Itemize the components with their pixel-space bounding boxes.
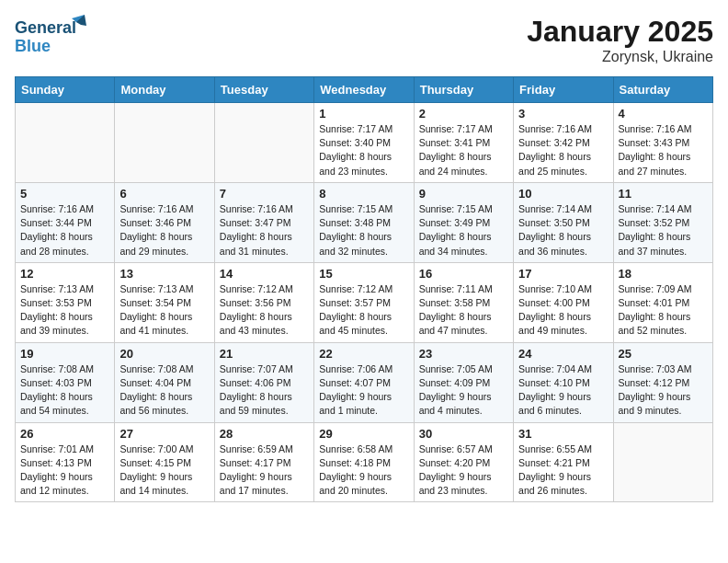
day-info: Sunrise: 7:10 AMSunset: 4:00 PMDaylight:… <box>518 282 608 339</box>
day-number: 5 <box>20 187 109 201</box>
calendar-cell: 24Sunrise: 7:04 AMSunset: 4:10 PMDayligh… <box>514 342 613 422</box>
calendar-cell: 21Sunrise: 7:07 AMSunset: 4:06 PMDayligh… <box>214 342 313 422</box>
day-info: Sunrise: 7:14 AMSunset: 3:52 PMDaylight:… <box>619 202 708 259</box>
weekday-header-monday: Monday <box>115 77 214 103</box>
calendar-cell <box>115 103 214 183</box>
day-number: 20 <box>119 347 209 361</box>
calendar-cell: 26Sunrise: 7:01 AMSunset: 4:13 PMDayligh… <box>16 422 115 502</box>
day-info: Sunrise: 7:11 AMSunset: 3:58 PMDaylight:… <box>419 282 508 339</box>
day-info: Sunrise: 7:03 AMSunset: 4:12 PMDaylight:… <box>619 362 708 419</box>
calendar-cell: 14Sunrise: 7:12 AMSunset: 3:56 PMDayligh… <box>214 262 313 342</box>
calendar-week-2: 5Sunrise: 7:16 AMSunset: 3:44 PMDaylight… <box>16 182 713 262</box>
day-info: Sunrise: 7:16 AMSunset: 3:44 PMDaylight:… <box>20 202 109 259</box>
calendar-cell: 6Sunrise: 7:16 AMSunset: 3:46 PMDaylight… <box>115 182 214 262</box>
day-info: Sunrise: 7:12 AMSunset: 3:57 PMDaylight:… <box>319 282 408 339</box>
day-info: Sunrise: 7:13 AMSunset: 3:53 PMDaylight:… <box>20 282 109 339</box>
day-info: Sunrise: 6:55 AMSunset: 4:21 PMDaylight:… <box>518 442 608 499</box>
calendar-cell <box>613 422 712 502</box>
calendar-cell: 27Sunrise: 7:00 AMSunset: 4:15 PMDayligh… <box>115 422 214 502</box>
calendar-cell: 29Sunrise: 6:58 AMSunset: 4:18 PMDayligh… <box>314 422 414 502</box>
day-number: 24 <box>518 347 608 361</box>
day-number: 18 <box>619 267 708 281</box>
day-number: 2 <box>419 107 508 121</box>
calendar-cell: 3Sunrise: 7:16 AMSunset: 3:42 PMDaylight… <box>514 103 613 183</box>
day-info: Sunrise: 7:00 AMSunset: 4:15 PMDaylight:… <box>119 442 209 499</box>
calendar-cell: 1Sunrise: 7:17 AMSunset: 3:40 PMDaylight… <box>314 103 414 183</box>
day-number: 23 <box>419 347 508 361</box>
day-number: 27 <box>119 427 209 441</box>
calendar-cell: 15Sunrise: 7:12 AMSunset: 3:57 PMDayligh… <box>314 262 414 342</box>
page-header: GeneralBlue January 2025 Zorynsk, Ukrain… <box>15 15 713 65</box>
calendar-cell: 25Sunrise: 7:03 AMSunset: 4:12 PMDayligh… <box>613 342 712 422</box>
calendar-cell: 18Sunrise: 7:09 AMSunset: 4:01 PMDayligh… <box>613 262 712 342</box>
day-number: 13 <box>119 267 209 281</box>
calendar-cell: 8Sunrise: 7:15 AMSunset: 3:48 PMDaylight… <box>314 182 414 262</box>
day-number: 28 <box>220 427 309 441</box>
calendar-cell: 28Sunrise: 6:59 AMSunset: 4:17 PMDayligh… <box>214 422 313 502</box>
calendar-cell: 19Sunrise: 7:08 AMSunset: 4:03 PMDayligh… <box>16 342 115 422</box>
day-info: Sunrise: 7:16 AMSunset: 3:46 PMDaylight:… <box>119 202 209 259</box>
logo-svg: GeneralBlue <box>15 15 88 55</box>
day-number: 17 <box>518 267 608 281</box>
day-info: Sunrise: 6:57 AMSunset: 4:20 PMDaylight:… <box>419 442 508 499</box>
day-info: Sunrise: 7:15 AMSunset: 3:48 PMDaylight:… <box>319 202 408 259</box>
day-number: 31 <box>518 427 608 441</box>
svg-text:General: General <box>15 18 76 37</box>
location-subtitle: Zorynsk, Ukraine <box>527 49 713 65</box>
day-number: 8 <box>319 187 408 201</box>
weekday-header-row: SundayMondayTuesdayWednesdayThursdayFrid… <box>16 77 713 103</box>
calendar-cell: 12Sunrise: 7:13 AMSunset: 3:53 PMDayligh… <box>16 262 115 342</box>
day-info: Sunrise: 7:16 AMSunset: 3:47 PMDaylight:… <box>220 202 309 259</box>
day-info: Sunrise: 7:17 AMSunset: 3:40 PMDaylight:… <box>319 122 408 178</box>
day-number: 30 <box>419 427 508 441</box>
day-info: Sunrise: 7:09 AMSunset: 4:01 PMDaylight:… <box>619 282 708 339</box>
calendar-table: SundayMondayTuesdayWednesdayThursdayFrid… <box>15 76 713 502</box>
calendar-cell: 22Sunrise: 7:06 AMSunset: 4:07 PMDayligh… <box>314 342 414 422</box>
day-number: 16 <box>419 267 508 281</box>
day-number: 7 <box>220 187 309 201</box>
weekday-header-thursday: Thursday <box>414 77 513 103</box>
day-number: 26 <box>20 427 109 441</box>
calendar-week-1: 1Sunrise: 7:17 AMSunset: 3:40 PMDaylight… <box>16 103 713 183</box>
day-number: 1 <box>319 107 408 121</box>
calendar-cell: 23Sunrise: 7:05 AMSunset: 4:09 PMDayligh… <box>414 342 513 422</box>
calendar-cell: 30Sunrise: 6:57 AMSunset: 4:20 PMDayligh… <box>414 422 513 502</box>
day-info: Sunrise: 7:16 AMSunset: 3:42 PMDaylight:… <box>518 122 608 178</box>
svg-text:Blue: Blue <box>15 37 51 55</box>
day-number: 14 <box>220 267 309 281</box>
day-info: Sunrise: 7:07 AMSunset: 4:06 PMDaylight:… <box>220 362 309 419</box>
day-number: 10 <box>518 187 608 201</box>
weekday-header-tuesday: Tuesday <box>214 77 313 103</box>
logo: GeneralBlue <box>15 15 88 55</box>
calendar-cell <box>16 103 115 183</box>
calendar-cell: 20Sunrise: 7:08 AMSunset: 4:04 PMDayligh… <box>115 342 214 422</box>
day-info: Sunrise: 7:15 AMSunset: 3:49 PMDaylight:… <box>419 202 508 259</box>
day-info: Sunrise: 7:16 AMSunset: 3:43 PMDaylight:… <box>619 122 708 178</box>
day-info: Sunrise: 7:13 AMSunset: 3:54 PMDaylight:… <box>119 282 209 339</box>
day-number: 19 <box>20 347 109 361</box>
day-info: Sunrise: 7:04 AMSunset: 4:10 PMDaylight:… <box>518 362 608 419</box>
day-info: Sunrise: 7:01 AMSunset: 4:13 PMDaylight:… <box>20 442 109 499</box>
day-number: 3 <box>518 107 608 121</box>
day-info: Sunrise: 6:58 AMSunset: 4:18 PMDaylight:… <box>319 442 408 499</box>
calendar-week-3: 12Sunrise: 7:13 AMSunset: 3:53 PMDayligh… <box>16 262 713 342</box>
day-info: Sunrise: 7:12 AMSunset: 3:56 PMDaylight:… <box>220 282 309 339</box>
calendar-cell: 31Sunrise: 6:55 AMSunset: 4:21 PMDayligh… <box>514 422 613 502</box>
title-block: January 2025 Zorynsk, Ukraine <box>527 15 713 65</box>
day-number: 22 <box>319 347 408 361</box>
day-number: 6 <box>119 187 209 201</box>
day-info: Sunrise: 7:14 AMSunset: 3:50 PMDaylight:… <box>518 202 608 259</box>
calendar-cell: 9Sunrise: 7:15 AMSunset: 3:49 PMDaylight… <box>414 182 513 262</box>
calendar-week-4: 19Sunrise: 7:08 AMSunset: 4:03 PMDayligh… <box>16 342 713 422</box>
calendar-cell: 5Sunrise: 7:16 AMSunset: 3:44 PMDaylight… <box>16 182 115 262</box>
weekday-header-saturday: Saturday <box>613 77 712 103</box>
calendar-cell: 10Sunrise: 7:14 AMSunset: 3:50 PMDayligh… <box>514 182 613 262</box>
weekday-header-wednesday: Wednesday <box>314 77 414 103</box>
weekday-header-sunday: Sunday <box>16 77 115 103</box>
day-info: Sunrise: 6:59 AMSunset: 4:17 PMDaylight:… <box>220 442 309 499</box>
calendar-cell: 7Sunrise: 7:16 AMSunset: 3:47 PMDaylight… <box>214 182 313 262</box>
calendar-cell: 2Sunrise: 7:17 AMSunset: 3:41 PMDaylight… <box>414 103 513 183</box>
weekday-header-friday: Friday <box>514 77 613 103</box>
day-number: 4 <box>619 107 708 121</box>
day-number: 9 <box>419 187 508 201</box>
